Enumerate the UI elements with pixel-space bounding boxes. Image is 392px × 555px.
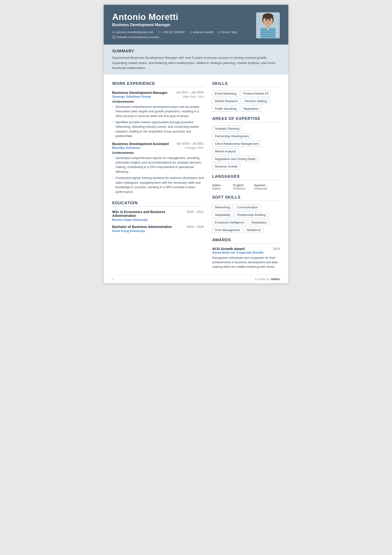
summary-text: Experienced Business Development Manager… <box>112 55 280 70</box>
phone-icon: ☏ <box>158 30 161 34</box>
svg-rect-11 <box>260 29 276 29</box>
area-tag: Partnership Development <box>212 133 251 139</box>
soft-skill-tag: Time Management <box>212 227 242 233</box>
skill-tag: Product-Market Fit <box>241 90 271 96</box>
svg-point-8 <box>267 21 268 22</box>
body-columns: WORK EXPERIENCE Business Development Man… <box>104 75 288 275</box>
job-title-2: Business Development Assistant <box>112 142 169 146</box>
job-company-1: Synergy Solutions Group <box>112 95 151 98</box>
skill-tag: Decision Making <box>242 98 270 104</box>
language-level: Native <box>212 187 231 190</box>
svg-rect-13 <box>260 32 276 33</box>
svg-rect-15 <box>260 36 276 37</box>
areas-title: AREAS OF EXPERTISE <box>212 116 280 122</box>
job-bullet-1-1: Developed comprehensive development plan… <box>112 104 204 118</box>
area-tag: Revenue Growth <box>212 163 240 169</box>
job-bullet-2-2: Conducted regular training sessions for … <box>112 175 204 194</box>
job-company-2: BlueSky Solutions <box>112 146 140 150</box>
soft-skill-tag: Networking <box>212 204 232 210</box>
skills-section: SKILLS Email MarketingProduct-Market Fit… <box>212 81 280 112</box>
soft-skill-tag: Relationship Building <box>235 212 268 218</box>
created-by-label: Created by <box>255 277 270 281</box>
skill-tag: Email Marketing <box>212 90 239 96</box>
location-icon: ◎ <box>218 30 220 34</box>
svg-point-3 <box>263 13 273 19</box>
edu-degree-2: Bachelor of Business Administration <box>112 225 185 229</box>
awards-title: AWARDS <box>212 238 280 244</box>
language-name: Italian <box>212 183 231 187</box>
edu-degree-1: MSc in Economics and Business Administra… <box>112 210 185 218</box>
language-name: Spanish <box>254 183 273 187</box>
svg-rect-14 <box>260 34 276 35</box>
job-bullets-2: Generated comprehensive reports for mana… <box>112 156 204 194</box>
language-item: SpanishAdvanced <box>254 183 273 190</box>
job-dates-1: Jul 2021 – Jan 2024 <box>176 90 204 94</box>
job-dates-2: Apr 2018 – Jul 2021 <box>177 142 204 145</box>
summary-title: SUMMARY <box>112 49 280 54</box>
footer: 1 Created by selfcv <box>104 275 288 283</box>
language-name: English <box>233 183 252 187</box>
location-contact: ◎ Rome, Italy <box>218 30 237 34</box>
language-item: ItalianNative <box>212 183 231 190</box>
job-bullet-2-1: Generated comprehensive reports for mana… <box>112 156 204 174</box>
area-tag: Negotiation and Closing Deals <box>212 156 258 162</box>
soft-skills-tags: NetworkingCommunicationAdaptabilityRelat… <box>212 204 280 233</box>
edu-school-2: Honk Kong University <box>112 229 204 233</box>
right-column: SKILLS Email MarketingProduct-Market Fit… <box>212 81 280 269</box>
soft-skill-tag: Communication <box>234 204 260 210</box>
job-bullet-1-2: Identified lucrative market opportunitie… <box>112 120 204 139</box>
header-section: Antonio Moretti Business Development Man… <box>104 5 288 44</box>
edu-header-2: Bachelor of Business Administration 2014… <box>112 225 204 229</box>
work-experience-title: WORK EXPERIENCE <box>112 81 204 87</box>
contact-info: ✉ antonio.moretti@gmail.com ☏ +39 02 123… <box>112 30 251 39</box>
linkedin-value: linkedin.com/in/antonio.moretti <box>117 35 159 39</box>
edu-dates-2: 2014 – 2018 <box>187 225 204 228</box>
language-level: Advanced <box>254 187 273 190</box>
job-achievements-label-1: Achievements <box>112 100 204 103</box>
job-header-2: Business Development Assistant Apr 2018 … <box>112 142 204 146</box>
job-company-row-1: Synergy Solutions Group New York, USA <box>112 95 204 98</box>
website-contact: ⊙ antonio.moretti <box>189 30 214 34</box>
resume-page: Antonio Moretti Business Development Man… <box>104 5 288 283</box>
email-icon: ✉ <box>112 30 114 34</box>
areas-tags: Strategic PlanningPartnership Developmen… <box>212 126 280 169</box>
edu-entry-2: Bachelor of Business Administration 2014… <box>112 225 204 233</box>
award-name: ACG Growth Award <box>212 247 244 251</box>
education-section: EDUCATION MSc in Economics and Business … <box>112 201 204 233</box>
brand-name: selfcv <box>271 277 280 281</box>
area-tag: Market Analysis <box>212 148 239 154</box>
profile-photo <box>256 12 280 38</box>
skill-tag: Market Research <box>212 98 240 104</box>
footer-brand: Created by selfcv <box>255 277 280 281</box>
award-org: Association for Corporate Growth <box>212 251 280 254</box>
job-header-1: Business Development Manager Jul 2021 – … <box>112 90 204 95</box>
job-bullets-1: Developed comprehensive development plan… <box>112 104 204 139</box>
job-entry-1: Business Development Manager Jul 2021 – … <box>112 90 204 139</box>
language-level: Proficient <box>233 187 252 190</box>
areas-of-expertise-section: AREAS OF EXPERTISE Strategic PlanningPar… <box>212 116 280 169</box>
area-tag: Strategic Planning <box>212 126 242 131</box>
soft-skills-section: SOFT SKILLS NetworkingCommunicationAdapt… <box>212 195 280 233</box>
job-company-row-2: BlueSky Solutions Chicago, USA <box>112 146 204 150</box>
area-tag: Client Relationship Management <box>212 141 261 147</box>
email-value: antonio.moretti@gmail.com <box>116 30 154 34</box>
contact-row-2: in linkedin.com/in/antonio.moretti <box>112 35 251 39</box>
job-title: Business Development Manager <box>112 23 251 27</box>
languages-section: LANGUAGES ItalianNativeEnglishProficient… <box>212 174 280 190</box>
soft-skill-tag: Adaptability <box>212 212 233 218</box>
email-contact: ✉ antonio.moretti@gmail.com <box>112 30 154 34</box>
job-location-2: Chicago, USA <box>185 146 204 150</box>
skill-tag: Public Speaking <box>212 106 239 112</box>
job-entry-2: Business Development Assistant Apr 2018 … <box>112 142 204 194</box>
skills-tags: Email MarketingProduct-Market FitMarket … <box>212 90 280 112</box>
full-name: Antonio Moretti <box>112 12 251 22</box>
work-experience-section: WORK EXPERIENCE Business Development Man… <box>112 81 204 194</box>
award-entry: ACG Growth Award 2024 Association for Co… <box>212 247 280 269</box>
soft-skill-tag: Resilience <box>244 227 264 233</box>
award-year: 2024 <box>273 247 280 250</box>
job-location-1: New York, USA <box>183 95 204 98</box>
contact-row-1: ✉ antonio.moretti@gmail.com ☏ +39 02 123… <box>112 30 251 34</box>
location-value: Rome, Italy <box>221 30 237 34</box>
soft-skills-title: SOFT SKILLS <box>212 195 280 201</box>
edu-dates-1: 2018 – 2021 <box>187 210 204 213</box>
